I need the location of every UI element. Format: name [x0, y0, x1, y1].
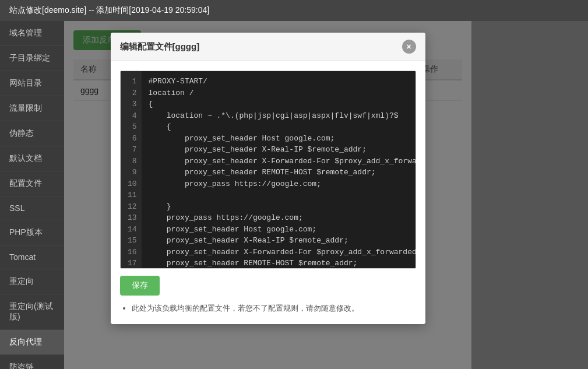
- sidebar-item-redirect-test[interactable]: 重定向(测试版): [0, 294, 64, 330]
- right-panel: [471, 21, 588, 369]
- code-text[interactable]: #PROXY-START/ location / { location ~ .*…: [142, 71, 416, 268]
- sidebar-item-configfile[interactable]: 配置文件: [0, 171, 64, 196]
- edit-config-modal: 编辑配置文件[gggg] × 12345 678910 1112131415 1…: [111, 33, 425, 324]
- main-content: 添加反向代理 名称 代理目录 目标url 缓存 状态 操作 gggg / htt…: [64, 21, 471, 369]
- sidebar-item-phpversion[interactable]: PHP版本: [0, 220, 64, 245]
- modal-overlay: 编辑配置文件[gggg] × 12345 678910 1112131415 1…: [64, 21, 471, 369]
- modal-body: 12345 678910 1112131415 1617181920 21 #P…: [111, 61, 425, 324]
- sidebar: 域名管理 子目录绑定 网站目录 流量限制 伪静态 默认文档 配置文件 SSL P…: [0, 21, 64, 369]
- modal-footer: 保存: [120, 276, 416, 296]
- modal-header: 编辑配置文件[gggg] ×: [111, 33, 425, 61]
- sidebar-item-domain[interactable]: 域名管理: [0, 21, 64, 46]
- sidebar-item-hotlink[interactable]: 防盗链: [0, 355, 64, 369]
- modal-close-button[interactable]: ×: [402, 40, 416, 54]
- sidebar-item-reverse-proxy[interactable]: 反向代理: [0, 330, 64, 355]
- sidebar-item-tomcat[interactable]: Tomcat: [0, 245, 64, 269]
- sidebar-item-subdir[interactable]: 子目录绑定: [0, 46, 64, 71]
- note-text: 此处为该负载均衡的配置文件，若您不了配置规则，请勿随意修改。: [132, 303, 416, 315]
- line-numbers: 12345 678910 1112131415 1617181920 21: [121, 71, 142, 268]
- sidebar-item-webdir[interactable]: 网站目录: [0, 71, 64, 96]
- page-header: 站点修改[deemo.site] -- 添加时间[2019-04-19 20:5…: [0, 0, 588, 21]
- modal-note: 此处为该负载均衡的配置文件，若您不了配置规则，请勿随意修改。: [120, 303, 416, 315]
- save-button[interactable]: 保存: [120, 276, 160, 296]
- code-editor[interactable]: 12345 678910 1112131415 1617181920 21 #P…: [120, 71, 416, 269]
- modal-title: 编辑配置文件[gggg]: [120, 41, 200, 52]
- main-layout: 域名管理 子目录绑定 网站目录 流量限制 伪静态 默认文档 配置文件 SSL P…: [0, 21, 588, 369]
- sidebar-item-defaultdoc[interactable]: 默认文档: [0, 146, 64, 171]
- sidebar-item-ssl[interactable]: SSL: [0, 196, 64, 220]
- header-title: 站点修改[deemo.site] -- 添加时间[2019-04-19 20:5…: [9, 5, 209, 16]
- sidebar-item-pseudostatic[interactable]: 伪静态: [0, 121, 64, 146]
- sidebar-item-redirect[interactable]: 重定向: [0, 269, 64, 294]
- sidebar-item-traffic[interactable]: 流量限制: [0, 96, 64, 121]
